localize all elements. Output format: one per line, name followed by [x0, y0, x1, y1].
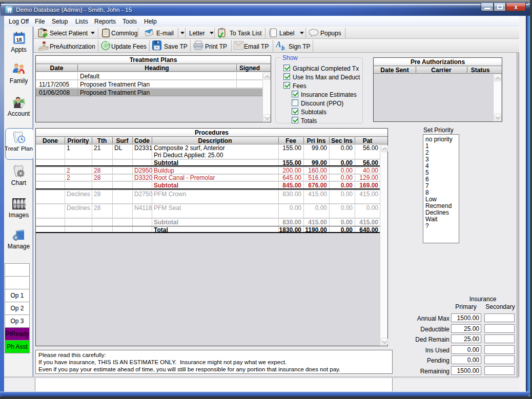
svg-text:18: 18 [16, 37, 22, 43]
svg-text:b: b [281, 44, 285, 51]
svg-text:A: A [276, 40, 281, 49]
